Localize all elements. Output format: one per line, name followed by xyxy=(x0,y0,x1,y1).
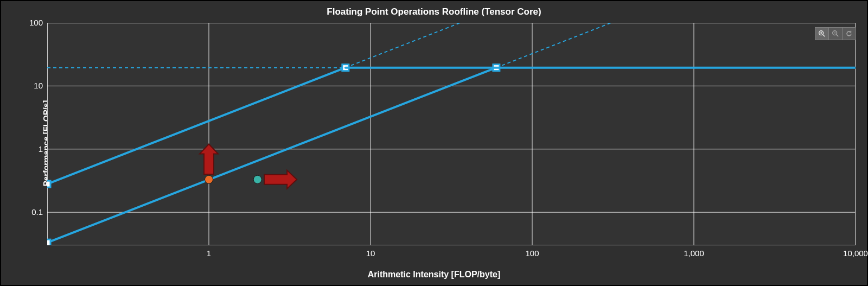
svg-line-1 xyxy=(823,35,825,37)
y-tick-label: 10 xyxy=(10,81,43,90)
svg-rect-7 xyxy=(47,23,856,245)
x-tick-label: 10,000 xyxy=(843,249,868,258)
svg-point-31 xyxy=(253,175,261,183)
zoom-out-icon xyxy=(832,30,839,37)
zoom-out-button[interactable] xyxy=(828,27,843,40)
svg-point-30 xyxy=(205,175,213,183)
y-tick-label: 0.1 xyxy=(10,207,43,217)
roofline-chart: Floating Point Operations Roofline (Tens… xyxy=(0,0,868,286)
plot-area[interactable] xyxy=(47,23,856,245)
x-tick-label: 1,000 xyxy=(684,249,704,258)
zoom-in-button[interactable] xyxy=(815,27,829,40)
svg-rect-25 xyxy=(47,239,50,245)
x-tick-label: 10 xyxy=(366,249,375,258)
reset-icon xyxy=(845,30,853,37)
x-axis-label: Arithmetic Intensity [FLOP/byte] xyxy=(1,270,867,279)
y-tick-label: 100 xyxy=(10,18,43,27)
x-tick-label: 1 xyxy=(207,249,211,258)
chart-title: Floating Point Operations Roofline (Tens… xyxy=(1,7,867,17)
svg-rect-21 xyxy=(47,181,50,187)
x-tick-label: 100 xyxy=(525,249,539,258)
svg-line-5 xyxy=(837,35,839,37)
y-tick-label: 1 xyxy=(10,144,43,154)
chart-toolbar xyxy=(815,27,856,40)
reset-zoom-button[interactable] xyxy=(842,27,856,40)
zoom-in-icon xyxy=(818,30,826,37)
